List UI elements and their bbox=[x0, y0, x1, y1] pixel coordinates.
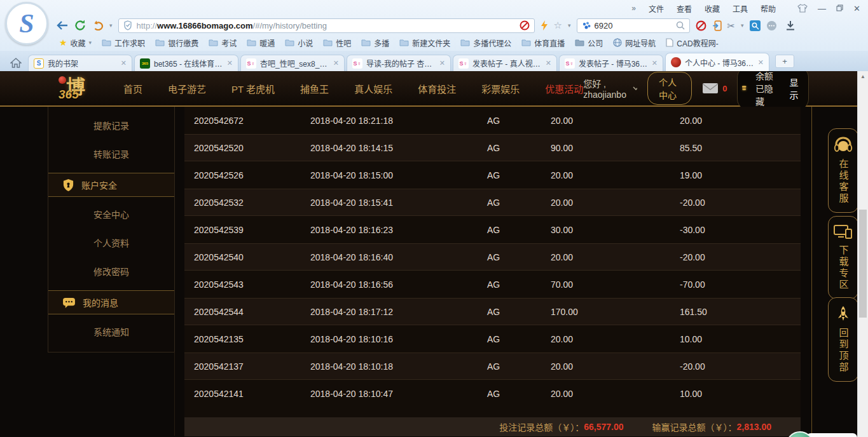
bookmark-银行缴费[interactable]: 银行缴费 bbox=[151, 36, 203, 50]
bookmark-网址导航[interactable]: 网址导航 bbox=[609, 36, 660, 50]
site-logo[interactable]: 博 365 bbox=[50, 72, 108, 104]
tab-发表帖子 - 真人视讯区[interactable]: S♀发表帖子 - 真人视讯区✕ bbox=[453, 55, 557, 71]
favorite-caret-icon[interactable]: ▾ bbox=[568, 22, 571, 29]
rail-button-回到顶部[interactable]: 回到顶部 bbox=[828, 297, 857, 382]
tab-发表帖子 - 博马365版[interactable]: S♀发表帖子 - 博马365版✕ bbox=[559, 55, 663, 71]
nav-item-彩票娱乐[interactable]: 彩票娱乐 bbox=[481, 82, 520, 95]
table-row[interactable]: 20205425262018-04-20 18:15:00AG20.0019.0… bbox=[184, 161, 801, 189]
screenshot-scissors-icon[interactable]: ✂ bbox=[727, 21, 736, 30]
undo-caret-icon[interactable]: ▾ bbox=[109, 22, 113, 29]
bookmark-暖通[interactable]: 暖通 bbox=[242, 36, 279, 50]
undo-icon[interactable] bbox=[92, 20, 104, 30]
personal-center-button[interactable]: 个人中心 bbox=[647, 72, 692, 105]
sidebar-item-我的消息[interactable]: 我的消息 bbox=[48, 290, 174, 314]
table-row[interactable]: 20205421352018-04-20 18:10:16AG20.0010.0… bbox=[184, 325, 801, 353]
nav-item-优惠活动[interactable]: 优惠活动 bbox=[545, 82, 583, 95]
floating-widget[interactable] bbox=[806, 433, 857, 437]
refresh-icon[interactable] bbox=[74, 20, 86, 31]
sidebar-item-修改密码[interactable]: 修改密码 bbox=[48, 258, 174, 286]
home-tab-button[interactable] bbox=[4, 55, 28, 71]
adblock-toolbar-icon[interactable] bbox=[696, 20, 706, 31]
sidebar-item-账户安全[interactable]: 账户安全 bbox=[48, 173, 174, 197]
url-bar[interactable]: http://www.16866bomago.com/#/my/history/… bbox=[118, 18, 535, 33]
show-balance-button[interactable]: 显示 bbox=[789, 76, 799, 101]
tab-导读-我的帖子 杏吧_性[interactable]: S♀导读-我的帖子 杏吧_性✕ bbox=[347, 55, 451, 71]
scrollbar-up-arrow[interactable]: ▲ bbox=[858, 71, 868, 81]
tab-我的书架[interactable]: S我的书架✕ bbox=[28, 55, 132, 71]
more-dots-icon[interactable] bbox=[766, 20, 777, 31]
menu-item-帮助[interactable]: 帮助 bbox=[761, 3, 776, 14]
search-box[interactable]: 6920 bbox=[577, 18, 690, 33]
menu-item-工具[interactable]: 工具 bbox=[733, 3, 748, 14]
tab-close-icon[interactable]: ✕ bbox=[758, 58, 764, 67]
scissors-caret-icon[interactable]: ▾ bbox=[741, 22, 744, 29]
mail-indicator[interactable]: 0 bbox=[702, 83, 727, 94]
table-row[interactable]: 20205425322018-04-20 18:15:41AG20.00-20.… bbox=[184, 189, 801, 216]
menu-item-查看[interactable]: 查看 bbox=[677, 3, 692, 14]
send-to-phone-icon[interactable] bbox=[712, 20, 722, 31]
minimize-button[interactable]: — bbox=[818, 4, 826, 13]
sidebar-item-转账记录[interactable]: 转账记录 bbox=[48, 140, 174, 169]
search-icon[interactable] bbox=[676, 21, 685, 30]
bookmark-小说[interactable]: 小说 bbox=[280, 36, 317, 50]
rail-button-在线客服[interactable]: 在线客服 bbox=[828, 128, 857, 213]
cell-result: 85.50 bbox=[680, 143, 801, 153]
tab-close-icon[interactable]: ✕ bbox=[121, 59, 127, 67]
bookmark-公司[interactable]: 公司 bbox=[570, 36, 607, 50]
search-input[interactable]: 6920 bbox=[595, 21, 672, 30]
bookmark-考试[interactable]: 考试 bbox=[204, 36, 241, 50]
tab-close-icon[interactable]: ✕ bbox=[439, 59, 445, 67]
menu-overflow-icon[interactable]: » bbox=[631, 4, 636, 13]
table-row[interactable]: 20205421412018-04-20 18:10:47AG20.0010.0… bbox=[184, 380, 801, 407]
close-button[interactable]: ✕ bbox=[853, 4, 860, 13]
lightning-icon[interactable] bbox=[541, 20, 548, 30]
sidebar-item-系统通知[interactable]: 系统通知 bbox=[48, 318, 174, 347]
nav-item-体育投注[interactable]: 体育投注 bbox=[418, 82, 456, 95]
back-icon[interactable] bbox=[56, 20, 69, 30]
favorite-star-icon[interactable]: ☆ bbox=[554, 20, 562, 31]
tab-close-icon[interactable]: ✕ bbox=[227, 59, 233, 67]
table-row[interactable]: 20205425432018-04-20 18:16:56AG70.00-70.… bbox=[184, 271, 801, 298]
nav-item-PT 老虎机[interactable]: PT 老虎机 bbox=[231, 82, 275, 95]
sidebar-item-个人资料[interactable]: 个人资料 bbox=[48, 229, 174, 258]
nav-item-捕鱼王[interactable]: 捕鱼王 bbox=[300, 82, 329, 95]
page-scrollbar[interactable]: ▲ bbox=[857, 71, 868, 437]
tab-bet365 - 在线体育投注[interactable]: 365bet365 - 在线体育投注✕ bbox=[134, 55, 238, 71]
adblock-icon[interactable] bbox=[520, 20, 530, 30]
nav-item-电子游艺[interactable]: 电子游艺 bbox=[168, 82, 206, 95]
tab-个人中心 - 博马365 -[interactable]: 个人中心 - 博马365 -✕ bbox=[665, 53, 769, 71]
skin-icon[interactable] bbox=[797, 4, 808, 13]
bookmark-CAD教程网-[interactable]: CAD教程网- bbox=[661, 36, 722, 50]
bookmarks-root[interactable]: ★ 收藏 ▾ bbox=[55, 36, 96, 50]
nav-item-真人娱乐[interactable]: 真人娱乐 bbox=[354, 82, 392, 95]
bookmark-多播[interactable]: 多播 bbox=[357, 36, 394, 50]
user-greeting[interactable]: 您好 , zhaojianbo bbox=[583, 77, 637, 100]
bookmark-工作求职[interactable]: 工作求职 bbox=[97, 36, 149, 50]
bookmark-多播代理公[interactable]: 多播代理公 bbox=[456, 36, 516, 50]
tab-close-icon[interactable]: ✕ bbox=[652, 59, 658, 67]
new-tab-button[interactable]: + bbox=[775, 55, 794, 68]
bookmark-性吧[interactable]: 性吧 bbox=[319, 36, 355, 50]
tab-close-icon[interactable]: ✕ bbox=[333, 59, 339, 67]
table-row[interactable]: 20205426722018-04-20 18:21:18AG20.0020.0… bbox=[184, 107, 801, 134]
scrollbar-thumb[interactable] bbox=[859, 210, 867, 318]
menu-item-文件[interactable]: 文件 bbox=[649, 3, 664, 14]
tab-close-icon[interactable]: ✕ bbox=[546, 59, 551, 67]
sidebar-item-安全中心[interactable]: 安全中心 bbox=[48, 201, 174, 229]
nav-item-首页[interactable]: 首页 bbox=[123, 82, 142, 95]
menu-item-收藏[interactable]: 收藏 bbox=[705, 3, 720, 14]
bookmark-体育直播[interactable]: 体育直播 bbox=[517, 36, 569, 50]
table-row[interactable]: 20205425402018-04-20 18:16:40AG20.00-20.… bbox=[184, 243, 801, 271]
restore-button[interactable] bbox=[836, 4, 843, 13]
page-search-icon[interactable] bbox=[750, 20, 761, 31]
sidebar-item-提款记录[interactable]: 提款记录 bbox=[48, 112, 174, 140]
table-row[interactable]: 20205425202018-04-20 18:14:15AG90.0085.5… bbox=[184, 134, 801, 161]
table-row[interactable]: 20205425442018-04-20 18:17:12AG170.00161… bbox=[184, 298, 801, 325]
download-icon[interactable] bbox=[785, 20, 796, 30]
bookmark-新建文件夹[interactable]: 新建文件夹 bbox=[395, 36, 455, 50]
rail-button-下载专区[interactable]: 下载专区 bbox=[828, 216, 857, 299]
table-row[interactable]: 20205425392018-04-20 18:16:23AG30.00-30.… bbox=[184, 216, 801, 243]
tab-杏吧_性吧_sex8_杏吧有[interactable]: S♀杏吧_性吧_sex8_杏吧有✕ bbox=[240, 55, 345, 71]
sogou-browser-logo[interactable]: S bbox=[5, 2, 48, 45]
table-row[interactable]: 20205421372018-04-20 18:10:18AG20.00-20.… bbox=[184, 353, 801, 380]
